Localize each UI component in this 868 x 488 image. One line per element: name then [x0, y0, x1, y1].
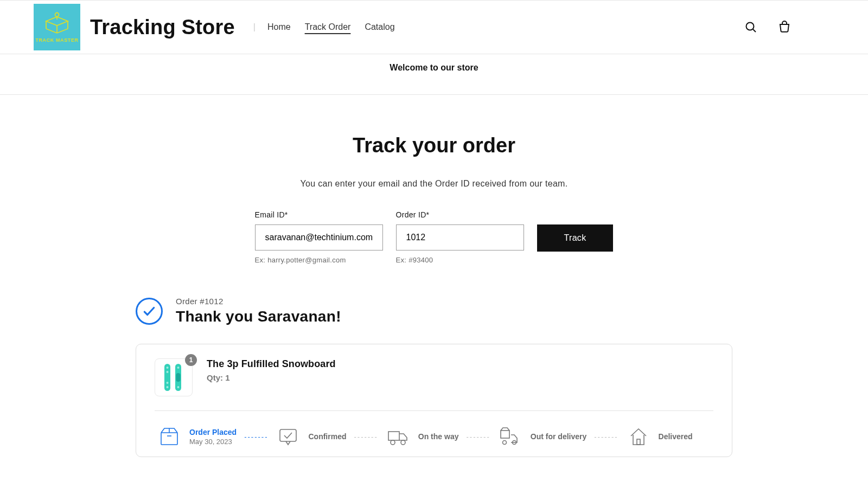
track-button[interactable]: Track [537, 224, 614, 252]
svg-rect-28 [637, 439, 640, 445]
connector-4: ------- [594, 433, 618, 441]
search-icon [744, 21, 757, 34]
stage-out-for-delivery-title: Out for delivery [531, 432, 586, 441]
order-card: 1 The 3p Fulfilled Snowboard Qty: 1 [136, 344, 732, 457]
stage-out-for-delivery: Out for delivery [498, 424, 586, 449]
svg-point-15 [177, 367, 180, 369]
svg-rect-22 [388, 432, 399, 440]
svg-rect-25 [501, 431, 509, 438]
svg-point-12 [167, 382, 169, 384]
logo-text: TRACK MASTER [35, 37, 78, 43]
cart-button[interactable] [776, 18, 793, 36]
svg-point-16 [177, 386, 180, 388]
connector-1: ------- [244, 433, 268, 441]
email-input[interactable] [255, 224, 383, 251]
svg-point-10 [167, 367, 169, 369]
nav-catalog[interactable]: Catalog [365, 22, 394, 32]
header-divider: | [253, 22, 256, 32]
main-header: TRACK MASTER Tracking Store | Home Track… [0, 1, 868, 54]
svg-rect-18 [161, 433, 177, 445]
package-icon [158, 425, 181, 448]
main-nav: Home Track Order Catalog [267, 22, 395, 32]
track-master-box-icon [43, 11, 71, 35]
main-content: Track your order You can enter your emai… [136, 95, 732, 457]
order-id-input[interactable] [396, 224, 524, 251]
product-quantity: Qty: 1 [207, 373, 336, 382]
cart-icon [778, 21, 791, 34]
svg-line-8 [753, 29, 756, 32]
delivery-icon [499, 425, 522, 448]
stage-order-placed: Order Placed May 30, 2023 [157, 424, 237, 449]
track-title: Track your order [136, 134, 732, 157]
tracking-timeline: Order Placed May 30, 2023 ------- Confir… [155, 411, 713, 449]
stage-on-the-way: On the way [386, 424, 459, 449]
store-name: Tracking Store [90, 16, 235, 39]
svg-rect-17 [176, 373, 181, 382]
stage-on-the-way-title: On the way [418, 432, 459, 441]
check-icon [142, 304, 156, 318]
home-icon [627, 425, 650, 448]
chat-check-icon [277, 425, 299, 448]
product-thumbnail-wrap: 1 [155, 358, 193, 396]
quantity-badge: 1 [185, 354, 197, 366]
nav-track-order[interactable]: Track Order [305, 22, 351, 32]
connector-3: ------- [466, 433, 490, 441]
logo-section: TRACK MASTER Tracking Store [34, 4, 235, 50]
announcement-bar: Welcome to our store [0, 54, 868, 95]
svg-point-13 [167, 386, 169, 388]
stage-placed-date: May 30, 2023 [189, 438, 237, 446]
logo-badge: TRACK MASTER [34, 4, 80, 50]
order-id-label: Order ID* [396, 210, 524, 219]
svg-point-11 [167, 371, 169, 373]
svg-point-26 [502, 441, 506, 445]
stage-confirmed: Confirmed [276, 424, 346, 449]
thank-you-heading: Thank you Saravanan! [176, 308, 341, 325]
email-label: Email ID* [255, 210, 383, 219]
svg-point-6 [55, 13, 59, 17]
stage-placed-title: Order Placed [189, 428, 237, 436]
track-form: Email ID* Ex: harry.potter@gmail.com Ord… [136, 210, 732, 264]
nav-home[interactable]: Home [267, 22, 291, 32]
snowboard-icon [159, 362, 188, 393]
stage-delivered-title: Delivered [659, 432, 693, 441]
svg-line-4 [57, 29, 68, 33]
svg-point-7 [746, 23, 754, 30]
product-row: 1 The 3p Fulfilled Snowboard Qty: 1 [155, 358, 713, 411]
product-name: The 3p Fulfilled Snowboard [207, 358, 336, 370]
order-id-hint: Ex: #93400 [396, 256, 524, 264]
search-button[interactable] [742, 18, 760, 36]
svg-point-24 [401, 440, 405, 445]
stage-delivered: Delivered [626, 424, 693, 449]
connector-2: ------- [354, 433, 378, 441]
stage-confirmed-title: Confirmed [308, 432, 346, 441]
svg-line-3 [46, 29, 57, 33]
order-header: Order #1012 Thank you Saravanan! [136, 297, 732, 325]
order-number-label: Order #1012 [176, 297, 341, 306]
email-hint: Ex: harry.potter@gmail.com [255, 256, 383, 264]
truck-icon [387, 425, 410, 448]
svg-point-23 [391, 440, 395, 445]
success-check-circle [136, 298, 163, 325]
svg-rect-21 [280, 429, 296, 441]
track-subtitle: You can enter your email and the Order I… [136, 179, 732, 189]
